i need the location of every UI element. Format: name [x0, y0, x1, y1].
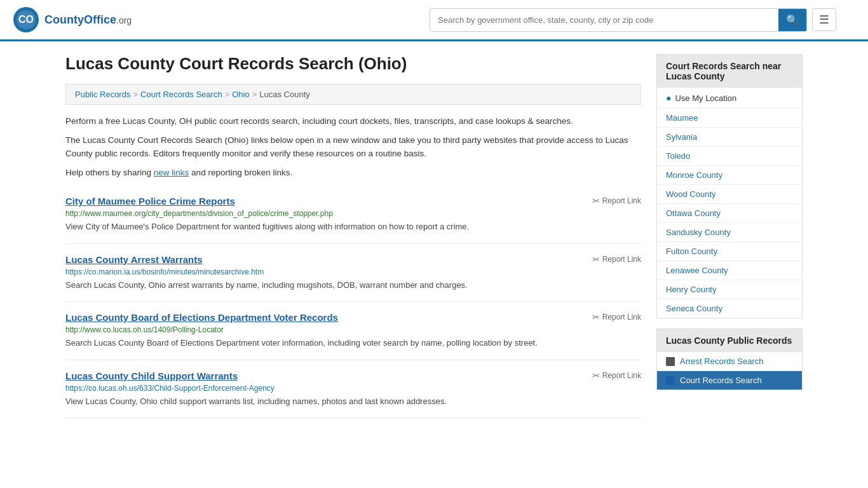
record-url-0[interactable]: http://www.maumee.org/city_departments/d…	[65, 209, 641, 218]
nearby-list-item: Sylvania	[657, 128, 802, 147]
desc3-prefix: Help others by sharing	[65, 168, 154, 177]
nearby-link-1[interactable]: Sylvania	[657, 128, 802, 146]
description-1: Perform a free Lucas County, OH public c…	[65, 115, 641, 128]
logo-icon: CO	[13, 6, 39, 33]
nearby-link-0[interactable]: Maumee	[657, 109, 802, 127]
nearby-list: MaumeeSylvaniaToledoMonroe CountyWood Co…	[657, 109, 802, 318]
record-item: Lucas County Arrest Warrants ✂ Report Li…	[65, 244, 641, 302]
report-icon-3: ✂	[592, 370, 600, 381]
content-area: Lucas County Court Records Search (Ohio)…	[65, 54, 641, 418]
record-header-3: Lucas County Child Support Warrants ✂ Re…	[65, 370, 641, 381]
search-box: 🔍	[430, 8, 807, 32]
desc3-suffix: and reporting broken links.	[189, 168, 292, 177]
public-record-link-0[interactable]: Arrest Records Search	[657, 352, 802, 370]
nearby-link-10[interactable]: Seneca County	[657, 299, 802, 318]
svg-text:CO: CO	[18, 14, 34, 25]
record-desc-2: Search Lucas County Board of Elections D…	[65, 337, 641, 349]
nearby-link-4[interactable]: Wood County	[657, 185, 802, 203]
report-icon-1: ✂	[592, 254, 600, 264]
logo-area: CO CountyOffice.org	[13, 6, 132, 33]
public-record-icon-1	[666, 376, 675, 385]
record-item: Lucas County Child Support Warrants ✂ Re…	[65, 360, 641, 419]
record-url-3[interactable]: https://co.lucas.oh.us/633/Child-Support…	[65, 384, 641, 393]
record-title-1[interactable]: Lucas County Arrest Warrants	[65, 254, 203, 265]
use-my-location[interactable]: ● Use My Location	[657, 88, 802, 109]
nearby-list-item: Seneca County	[657, 299, 802, 318]
nearby-link-8[interactable]: Lenawee County	[657, 261, 802, 280]
report-link-2[interactable]: ✂ Report Link	[592, 312, 641, 322]
public-record-icon-0	[666, 357, 675, 366]
nearby-list-item: Lenawee County	[657, 261, 802, 280]
search-button[interactable]: 🔍	[778, 9, 806, 31]
nearby-link-6[interactable]: Sandusky County	[657, 223, 802, 241]
search-area: 🔍 ☰	[430, 8, 836, 32]
nearby-list-item: Ottawa County	[657, 204, 802, 223]
location-pin-icon: ●	[666, 93, 671, 103]
report-link-3[interactable]: ✂ Report Link	[592, 370, 641, 381]
public-records-section: Lucas County Public Records Arrest Recor…	[656, 329, 803, 390]
nearby-title: Court Records Search near Lucas County	[657, 55, 802, 88]
record-item: Lucas County Board of Elections Departme…	[65, 302, 641, 360]
sidebar: Court Records Search near Lucas County ●…	[656, 54, 803, 418]
report-link-0[interactable]: ✂ Report Link	[592, 196, 641, 206]
search-icon: 🔍	[786, 15, 799, 25]
report-icon-2: ✂	[592, 312, 600, 322]
record-item: City of Maumee Police Crime Reports ✂ Re…	[65, 186, 641, 244]
main-container: Lucas County Court Records Search (Ohio)…	[53, 41, 815, 431]
nearby-list-item: Toledo	[657, 147, 802, 166]
logo-text: CountyOffice.org	[44, 13, 132, 27]
nearby-link-3[interactable]: Monroe County	[657, 166, 802, 184]
description-2: The Lucas County Court Records Search (O…	[65, 134, 641, 160]
record-desc-0: View City of Maumee's Police Department …	[65, 220, 641, 233]
menu-button[interactable]: ☰	[812, 8, 836, 31]
public-records-title: Lucas County Public Records	[657, 329, 802, 352]
record-header-2: Lucas County Board of Elections Departme…	[65, 312, 641, 323]
record-title-3[interactable]: Lucas County Child Support Warrants	[65, 370, 238, 381]
breadcrumb-court-records[interactable]: Court Records Search	[140, 90, 222, 99]
nearby-list-item: Wood County	[657, 185, 802, 204]
record-header-0: City of Maumee Police Crime Reports ✂ Re…	[65, 196, 641, 207]
report-link-1[interactable]: ✂ Report Link	[592, 254, 641, 264]
nearby-link-9[interactable]: Henry County	[657, 280, 802, 299]
nearby-link-5[interactable]: Ottawa County	[657, 204, 802, 222]
record-url-1[interactable]: https://co.marion.ia.us/bosinfo/minutes/…	[65, 268, 641, 276]
report-label-2: Report Link	[602, 313, 641, 322]
breadcrumb-sep-3: >	[252, 90, 257, 99]
record-desc-1: Search Lucas County, Ohio arrest warrant…	[65, 279, 641, 292]
description-3: Help others by sharing new links and rep…	[65, 166, 641, 179]
nearby-link-7[interactable]: Fulton County	[657, 242, 802, 261]
public-records-list-item: Arrest Records Search	[657, 352, 802, 371]
record-title-2[interactable]: Lucas County Board of Elections Departme…	[65, 312, 338, 323]
report-label-0: Report Link	[602, 196, 641, 205]
use-location-label: Use My Location	[675, 93, 736, 103]
breadcrumb-sep-2: >	[225, 90, 230, 99]
nearby-section: Court Records Search near Lucas County ●…	[656, 54, 803, 318]
report-label-1: Report Link	[602, 255, 641, 264]
report-label-3: Report Link	[602, 371, 641, 380]
nearby-list-item: Sandusky County	[657, 223, 802, 242]
nearby-list-item: Monroe County	[657, 166, 802, 185]
breadcrumb: Public Records > Court Records Search > …	[65, 84, 641, 105]
nearby-link-2[interactable]: Toledo	[657, 147, 802, 165]
record-desc-3: View Lucas County, Ohio child support wa…	[65, 395, 641, 408]
public-record-link-1[interactable]: Court Records Search	[657, 371, 802, 390]
breadcrumb-ohio[interactable]: Ohio	[232, 90, 249, 99]
record-header-1: Lucas County Arrest Warrants ✂ Report Li…	[65, 254, 641, 265]
record-url-2[interactable]: http://www.co.lucas.oh.us/1409/Polling-L…	[65, 325, 641, 334]
breadcrumb-public-records[interactable]: Public Records	[75, 90, 130, 99]
breadcrumb-current: Lucas County	[259, 90, 310, 99]
page-title: Lucas County Court Records Search (Ohio)	[65, 54, 641, 74]
hamburger-icon: ☰	[819, 13, 829, 26]
nearby-list-item: Henry County	[657, 280, 802, 299]
public-records-list: Arrest Records Search Court Records Sear…	[657, 352, 802, 390]
breadcrumb-sep-1: >	[133, 90, 138, 99]
record-title-0[interactable]: City of Maumee Police Crime Reports	[65, 196, 235, 207]
report-icon-0: ✂	[592, 196, 600, 206]
site-header: CO CountyOffice.org 🔍 ☰	[0, 0, 868, 41]
public-records-list-item: Court Records Search	[657, 371, 802, 390]
search-input[interactable]	[430, 9, 778, 31]
new-links-link[interactable]: new links	[154, 168, 189, 177]
nearby-list-item: Maumee	[657, 109, 802, 128]
records-list: City of Maumee Police Crime Reports ✂ Re…	[65, 186, 641, 418]
nearby-list-item: Fulton County	[657, 242, 802, 261]
